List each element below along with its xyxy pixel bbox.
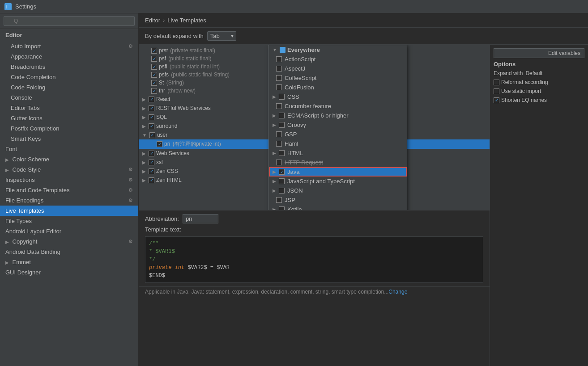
dropdown-item-gsp[interactable]: GSP — [269, 130, 407, 139]
cb-coffeescript[interactable] — [276, 75, 282, 81]
dropdown-item-kotlin[interactable]: ▶ Kotlin — [269, 205, 407, 210]
dropdown-item-html[interactable]: ▶ HTML — [269, 148, 407, 158]
options-panel: Edit variables Options Expand with Defau… — [490, 45, 588, 366]
sidebar-section-editor: Editor — [0, 29, 138, 41]
sidebar-item-copyright[interactable]: ▶ Copyright ⚙ — [0, 236, 138, 247]
sidebar-item-emmet[interactable]: ▶ Emmet — [0, 257, 138, 267]
sidebar-item-code-style[interactable]: ▶ Code Style ⚙ — [0, 164, 138, 175]
dropdown-item-coffeescript[interactable]: CoffeeScript — [269, 73, 407, 83]
cb-java[interactable] — [279, 169, 285, 175]
checkbox-surround[interactable] — [149, 123, 154, 129]
sidebar-item-font[interactable]: Font — [0, 144, 138, 154]
checkbox-pri[interactable] — [157, 141, 162, 147]
checkbox-sql[interactable] — [149, 114, 154, 120]
cb-css[interactable] — [279, 94, 285, 100]
sidebar-item-breadcrumbs[interactable]: Breadcrumbs — [0, 62, 138, 72]
sidebar-item-inspections[interactable]: Inspections ⚙ — [0, 175, 138, 185]
dropdown-item-json[interactable]: ▶ JSON — [269, 186, 407, 195]
checkbox-user[interactable] — [149, 132, 155, 138]
cb-kotlin[interactable] — [279, 206, 285, 210]
cb-js-ts[interactable] — [279, 178, 285, 184]
abbreviation-row: Abbreviation: — [145, 214, 483, 223]
cb-http[interactable] — [276, 160, 282, 165]
checkbox-prst[interactable] — [151, 48, 157, 54]
change-link[interactable]: Change — [388, 289, 407, 295]
checkbox-thr[interactable] — [151, 88, 157, 94]
checkbox-xsl[interactable] — [149, 160, 154, 165]
restful-arrow: ▶ — [142, 106, 146, 111]
dropdown-item-jsp[interactable]: JSP — [269, 195, 407, 205]
cb-groovy[interactable] — [279, 122, 285, 128]
dropdown-item-haml[interactable]: Haml — [269, 139, 407, 148]
sidebar-item-postfix-completion[interactable]: Postfix Completion — [0, 123, 138, 134]
everywhere-label: Everywhere — [287, 46, 320, 53]
dropdown-everywhere-header[interactable]: ▼ Everywhere — [269, 45, 407, 55]
dropdown-item-css[interactable]: ▶ CSS — [269, 92, 407, 101]
sidebar-item-editor-tabs[interactable]: Editor Tabs — [0, 103, 138, 113]
expand-select[interactable]: Tab Enter Space — [207, 31, 236, 41]
cb-cucumber[interactable] — [276, 103, 282, 109]
sql-arrow: ▶ — [142, 115, 146, 120]
checkbox-restful[interactable] — [149, 105, 154, 111]
dropdown-item-js-ts[interactable]: ▶ JavaScript and TypeScript — [269, 177, 407, 186]
sidebar-item-smart-keys[interactable]: Smart Keys — [0, 134, 138, 144]
checkbox-static-import[interactable] — [494, 88, 499, 94]
checkbox-zen-html[interactable] — [149, 177, 154, 183]
edit-variables-button[interactable]: Edit variables — [494, 48, 584, 58]
sidebar-item-console[interactable]: Console — [0, 93, 138, 103]
search-input[interactable] — [4, 16, 135, 26]
file-code-icon: ⚙ — [128, 187, 133, 193]
cb-actionscript[interactable] — [276, 56, 282, 62]
checkbox-reformat[interactable] — [494, 80, 499, 85]
cb-aspectj[interactable] — [276, 66, 282, 72]
sidebar-item-file-code-templates[interactable]: File and Code Templates ⚙ — [0, 185, 138, 195]
cb-ecmascript[interactable] — [279, 113, 285, 118]
checkbox-shorten-eq[interactable] — [494, 97, 499, 103]
checkbox-psfi[interactable] — [151, 64, 157, 70]
dropdown-item-cucumber[interactable]: Cucumber feature — [269, 101, 407, 111]
checkbox-psf[interactable] — [151, 56, 157, 62]
cb-json[interactable] — [279, 188, 285, 194]
sidebar-item-auto-import[interactable]: Auto Import ⚙ — [0, 41, 138, 51]
dropdown-item-java[interactable]: ▶ Java — [269, 167, 407, 177]
dropdown-item-ecmascript[interactable]: ▶ ECMAScript 6 or higher — [269, 111, 407, 120]
checkbox-react[interactable] — [149, 97, 154, 102]
dropdown-item-actionscript[interactable]: ActionScript — [269, 55, 407, 64]
cb-coldfusion[interactable] — [276, 84, 282, 90]
sidebar-item-android-layout[interactable]: Android Layout Editor — [0, 226, 138, 236]
sidebar-item-gui-designer[interactable]: GUI Designer — [0, 267, 138, 278]
dropdown-item-aspectj[interactable]: AspectJ — [269, 64, 407, 73]
abbrev-input[interactable] — [183, 214, 218, 223]
checkbox-zen-css[interactable] — [149, 168, 154, 174]
js-arrow: ▶ — [273, 179, 276, 184]
sidebar-item-color-scheme[interactable]: ▶ Color Scheme — [0, 154, 138, 164]
template-code-editor[interactable]: /** * $VAR1$ */ private int $VAR2$ = $VA… — [145, 236, 483, 283]
sidebar-item-appearance[interactable]: Appearance — [0, 51, 138, 62]
option-shorten-eq-row: Shorten EQ names — [494, 97, 584, 103]
reformat-label: Reformat according — [501, 79, 548, 85]
sidebar-item-file-encodings[interactable]: File Encodings ⚙ — [0, 195, 138, 206]
checkbox-web-services[interactable] — [149, 151, 154, 156]
sidebar-item-live-templates[interactable]: Live Templates — [0, 206, 138, 216]
sidebar-item-code-completion[interactable]: Code Completion — [0, 72, 138, 82]
checkbox-psfs[interactable] — [151, 72, 157, 78]
sidebar-item-file-types[interactable]: File Types — [0, 216, 138, 226]
dropdown-item-http-request[interactable]: HTTP Request — [269, 158, 407, 167]
checkbox-st[interactable] — [151, 80, 157, 86]
sidebar-item-gutter-icons[interactable]: Gutter Icons — [0, 113, 138, 123]
options-title: Options — [494, 61, 584, 67]
svg-text:I: I — [6, 4, 8, 9]
xsl-arrow: ▶ — [142, 160, 146, 165]
cb-html[interactable] — [279, 150, 285, 156]
cb-haml[interactable] — [276, 141, 282, 147]
auto-import-icon: ⚙ — [128, 43, 133, 49]
breadcrumb-current: Live Templates — [167, 17, 206, 24]
cb-jsp[interactable] — [276, 197, 282, 203]
cb-gsp[interactable] — [276, 131, 282, 137]
sidebar-nav: Editor Auto Import ⚙ Appearance Breadcru… — [0, 29, 138, 366]
dropdown-item-groovy[interactable]: ▶ Groovy — [269, 120, 407, 130]
dropdown-item-coldfusion[interactable]: ColdFusion — [269, 83, 407, 92]
sidebar-item-code-folding[interactable]: Code Folding — [0, 82, 138, 93]
applicable-row: Applicable in Java; Java: statement, exp… — [139, 286, 490, 297]
sidebar-item-android-data-binding[interactable]: Android Data Binding — [0, 247, 138, 257]
